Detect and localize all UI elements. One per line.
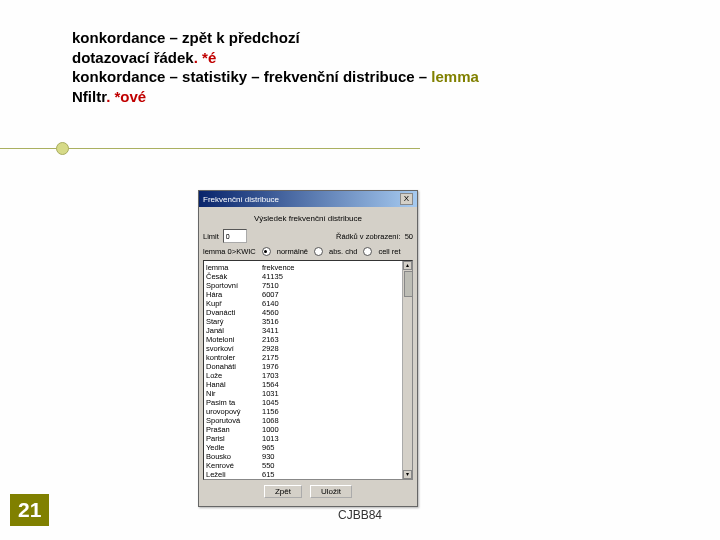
dialog-caption: Výsledek frekvenční distribuce [203, 214, 413, 223]
limit-label: Limit [203, 232, 219, 241]
list-item[interactable]: Nir1031 [206, 389, 410, 398]
radio-cellret[interactable] [363, 247, 372, 256]
dialog-title: Frekvenční distribuce [203, 195, 279, 204]
scroll-thumb[interactable] [404, 271, 413, 297]
results-listbox[interactable]: lemmafrekvenceČesák41135Sportovní7510Hár… [203, 260, 413, 480]
list-item[interactable]: Starý3516 [206, 317, 410, 326]
list-item[interactable]: Sportovní7510 [206, 281, 410, 290]
list-item[interactable]: Kupř6140 [206, 299, 410, 308]
title-line3a: konkordance – statistiky – frekvenční di… [72, 68, 431, 85]
list-item[interactable]: Dvanácti4560 [206, 308, 410, 317]
rows-label: Řádků v zobrazení: [336, 232, 401, 241]
scroll-down-icon[interactable]: ▾ [403, 470, 412, 479]
list-item[interactable]: Hára6007 [206, 290, 410, 299]
scroll-up-icon[interactable]: ▴ [403, 261, 412, 270]
decor-dot [56, 142, 69, 155]
radio-abschd[interactable] [314, 247, 323, 256]
list-item[interactable]: Parisl1013 [206, 434, 410, 443]
title-line4b: . *ové [106, 88, 146, 105]
title-line2b: . *é [194, 49, 217, 66]
radio-row: lemma 0>KWIC normálně abs. chd cell ret [203, 247, 413, 256]
list-header: lemmafrekvence [206, 263, 410, 272]
limit-row: Limit Řádků v zobrazení: 50 [203, 229, 413, 243]
radio-normal[interactable] [262, 247, 271, 256]
back-button[interactable]: Zpět [264, 485, 302, 498]
attr-label: lemma 0>KWIC [203, 247, 256, 256]
list-item[interactable]: Leželi615 [206, 470, 410, 479]
title-line4a: Nfiltr [72, 88, 106, 105]
list-item[interactable]: Prašan1000 [206, 425, 410, 434]
list-item[interactable]: Yedle965 [206, 443, 410, 452]
footer-label: CJBB84 [338, 508, 382, 522]
dialog-titlebar[interactable]: Frekvenční distribuce X [199, 191, 417, 207]
list-item[interactable]: Moteloni2163 [206, 335, 410, 344]
list-item[interactable]: kontroler2175 [206, 353, 410, 362]
title-block: konkordance – zpět k předchozí dotazovac… [72, 28, 479, 106]
list-item[interactable]: Pasim ta1045 [206, 398, 410, 407]
list-item[interactable]: Kenrové550 [206, 461, 410, 470]
title-line2a: dotazovací řádek [72, 49, 194, 66]
list-item[interactable]: Donaháti1976 [206, 362, 410, 371]
frequency-dialog: Frekvenční distribuce X Výsledek frekven… [198, 190, 418, 507]
title-line1: konkordance – zpět k předchozí [72, 29, 300, 46]
list-item[interactable]: Lože1703 [206, 371, 410, 380]
title-line3b: lemma [431, 68, 479, 85]
rows-value: 50 [405, 232, 413, 241]
radio-normal-label: normálně [277, 247, 308, 256]
list-item[interactable]: Sporutová1068 [206, 416, 410, 425]
radio-cellret-label: cell ret [378, 247, 400, 256]
slide-number: 21 [10, 494, 49, 526]
list-item[interactable]: Česák41135 [206, 272, 410, 281]
list-item[interactable]: Bousko930 [206, 452, 410, 461]
list-item[interactable]: urovopový1156 [206, 407, 410, 416]
list-item[interactable]: svorkoví2928 [206, 344, 410, 353]
radio-abschd-label: abs. chd [329, 247, 357, 256]
list-item[interactable]: Janál3411 [206, 326, 410, 335]
limit-input[interactable] [223, 229, 247, 243]
save-button[interactable]: Uložit [310, 485, 352, 498]
scrollbar[interactable]: ▴ ▾ [402, 261, 412, 479]
close-icon[interactable]: X [400, 193, 413, 205]
list-item[interactable]: Hanál1564 [206, 380, 410, 389]
